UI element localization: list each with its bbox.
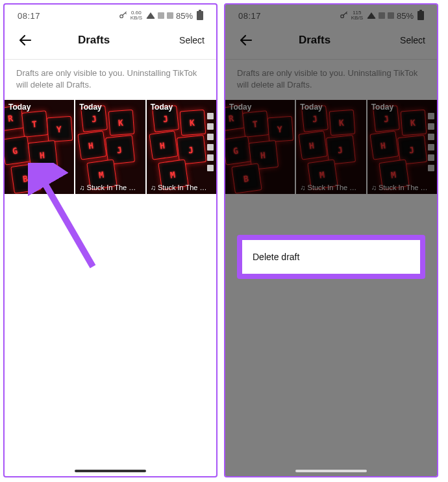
side-icon: [207, 123, 214, 130]
status-bar: 08:17 115 KB/S 85%: [225, 5, 437, 24]
battery-percentage: 85%: [397, 11, 414, 21]
music-note-icon: ♫: [79, 184, 84, 191]
draft-caption: ♫Stuck In The …: [300, 184, 363, 191]
hint-text: Drafts are only visible to you. Uninstal…: [225, 60, 437, 100]
battery-icon: [197, 11, 203, 20]
phone-left: 08:17 0.60 KB/S 85% Drafts Select: [3, 3, 218, 477]
status-bar: 08:17 0.60 KB/S 85%: [5, 5, 216, 24]
signal-icon-1: [158, 12, 164, 19]
signal-icon-2: [388, 12, 394, 19]
side-icon: [428, 123, 434, 130]
draft-grid: R T Y G H B Today J K H J M Today ♫: [5, 100, 216, 194]
annotation-highlight: Delete draft: [237, 235, 425, 279]
side-icon: [207, 154, 214, 161]
draft-thumb: R T Y G H B: [5, 100, 74, 194]
draft-caption: ♫Stuck In The …: [79, 184, 142, 191]
edit-side-icons: [428, 113, 434, 171]
draft-thumb: J K H J M: [147, 100, 216, 194]
draft-item-1[interactable]: R T Y G H B Today: [225, 100, 295, 194]
draft-item-2[interactable]: J K H J M Today ♫Stuck In The …: [296, 100, 366, 194]
status-right: 115 KB/S 85%: [340, 10, 424, 21]
draft-caption: ♫Stuck In The …: [151, 184, 214, 191]
draft-thumb: J K H J M: [296, 100, 366, 194]
music-note-icon: ♫: [371, 184, 377, 191]
side-icon: [207, 165, 214, 171]
side-icon: [428, 134, 434, 140]
draft-caption: ♫Stuck In The …: [371, 184, 434, 191]
draft-date: Today: [371, 102, 393, 112]
net-speed: 0.60 KB/S: [131, 10, 142, 21]
side-icon: [428, 113, 434, 119]
page-title: Drafts: [229, 34, 400, 47]
key-icon: [340, 11, 349, 20]
status-time: 08:17: [238, 11, 261, 21]
select-button[interactable]: Select: [179, 35, 205, 45]
battery-icon: [417, 11, 424, 20]
edit-side-icons: [207, 113, 214, 171]
draft-thumb: J K H J M: [75, 100, 145, 194]
draft-date: Today: [151, 102, 173, 112]
draft-item-2[interactable]: J K H J M Today ♫Stuck In The …: [75, 100, 145, 194]
key-icon: [119, 11, 128, 20]
action-sheet: Delete draft: [237, 235, 425, 279]
home-indicator[interactable]: [75, 470, 146, 472]
side-icon: [428, 154, 434, 161]
status-time: 08:17: [18, 11, 40, 21]
draft-date: Today: [300, 102, 322, 112]
hint-text: Drafts are only visible to you. Uninstal…: [5, 60, 216, 100]
draft-date: Today: [79, 102, 101, 112]
music-note-icon: ♫: [151, 184, 156, 191]
side-icon: [207, 144, 214, 151]
select-button[interactable]: Select: [400, 35, 425, 45]
draft-item-3[interactable]: J K H J M Today ♫Stuck In The …: [147, 100, 216, 194]
draft-thumb: J K H J M: [367, 100, 437, 194]
side-icon: [207, 134, 214, 140]
draft-item-1[interactable]: R T Y G H B Today: [5, 100, 74, 194]
draft-grid: R T Y G H B Today J K H J M Today ♫: [225, 100, 437, 194]
signal-icon-2: [167, 12, 173, 19]
music-note-icon: ♫: [300, 184, 305, 191]
battery-percentage: 85%: [176, 11, 193, 21]
side-icon: [207, 113, 214, 119]
draft-thumb: R T Y G H B: [225, 100, 295, 194]
status-right: 0.60 KB/S 85%: [119, 10, 203, 21]
wifi-icon: [146, 12, 155, 19]
delete-draft-button[interactable]: Delete draft: [242, 240, 420, 274]
side-icon: [428, 144, 434, 151]
side-icon: [428, 165, 434, 171]
draft-date: Today: [229, 102, 251, 112]
page-title: Drafts: [8, 34, 179, 47]
page-header: Drafts Select: [5, 24, 216, 56]
phone-right: 08:17 115 KB/S 85% Drafts Select D: [224, 3, 438, 477]
draft-item-3[interactable]: J K H J M Today ♫Stuck In The …: [367, 100, 437, 194]
net-speed: 115 KB/S: [351, 10, 363, 21]
wifi-icon: [367, 12, 376, 19]
draft-date: Today: [8, 102, 31, 112]
signal-icon-1: [379, 12, 385, 19]
home-indicator[interactable]: [295, 470, 367, 472]
page-header: Drafts Select: [225, 24, 437, 56]
